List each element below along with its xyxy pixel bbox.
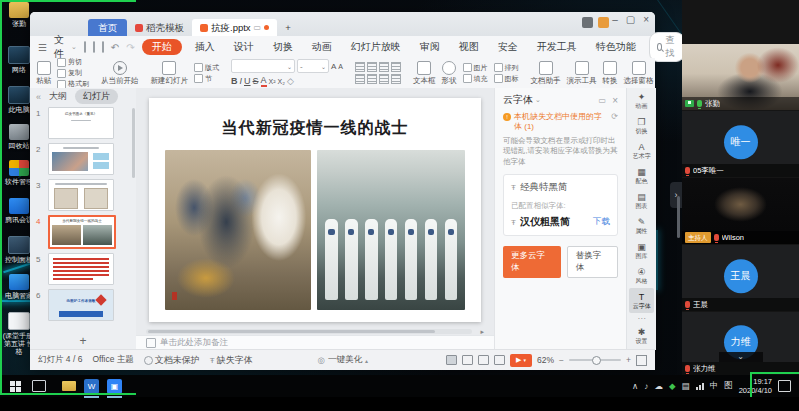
shape-button[interactable]: 形状 [442, 61, 457, 86]
text-effects-icon[interactable]: ◇ [287, 76, 294, 86]
strip-wordart[interactable]: A 艺术字 [627, 138, 656, 163]
taskbar-clock[interactable]: 19:17 2020/4/10 [739, 377, 772, 396]
taskbar-wps-app[interactable]: W [83, 378, 100, 395]
present-tools-button[interactable]: 演示工具 [567, 61, 597, 86]
participant-video-tile[interactable]: 唯一 05李唯一 [682, 111, 799, 177]
zoom-in-icon[interactable]: + [626, 355, 631, 365]
network-icon[interactable] [696, 383, 704, 390]
notes-bar[interactable]: 单击此处添加备注 [136, 335, 494, 350]
close-panel-icon[interactable]: × [612, 95, 618, 106]
increase-font-icon[interactable]: A [331, 62, 336, 71]
more-cloud-fonts-button[interactable]: 更多云字体 [503, 246, 561, 278]
notes-view-icon[interactable] [494, 355, 505, 365]
tab-document-active[interactable]: 抗疫.pptx ▭ [192, 19, 277, 36]
tray-expand-icon[interactable]: ∧ [632, 381, 638, 391]
menu-tab-animation[interactable]: 动画 [306, 39, 338, 55]
line-spacing-icon[interactable] [391, 74, 401, 84]
download-link[interactable]: 下载 [593, 216, 610, 228]
scroll-more-participants-button[interactable]: ⌄ [719, 352, 763, 362]
menu-tab-transition[interactable]: 切换 [267, 39, 299, 55]
bullet-list-icon[interactable] [355, 62, 365, 72]
slide-thumbnail-1[interactable]: 1 抗疫书画之《重见》 [30, 105, 136, 141]
font-size-select[interactable]: -⌄ [297, 59, 329, 73]
slide-canvas[interactable]: 当代新冠疫情一线的战士 [149, 98, 481, 322]
meeting-panel-collapse-handle[interactable]: › [670, 182, 682, 208]
slideshow-play-button[interactable]: ▶▾ [510, 354, 532, 367]
participant-video-tile[interactable]: 张勤 [682, 44, 799, 110]
slide-image-ppe-team-photo[interactable] [317, 150, 465, 310]
doc-assistant-button[interactable]: 文档助手 [531, 61, 561, 86]
strip-style[interactable]: ④ 风格 [627, 263, 656, 288]
bold-icon[interactable]: B [231, 76, 238, 86]
new-tab-button[interactable]: + [277, 19, 299, 36]
participant-video-tile[interactable]: 主持人 Wilson [682, 178, 799, 244]
menu-tab-insert[interactable]: 插入 [189, 39, 221, 55]
indent-decrease-icon[interactable] [379, 62, 389, 72]
strip-cloud-fonts-active[interactable]: T 云字体 [629, 288, 654, 313]
strip-properties[interactable]: ✎ 属性 [627, 213, 656, 238]
copy-button[interactable]: 复制 [57, 68, 89, 78]
security-icon[interactable]: ◆ [669, 381, 676, 391]
fill-button[interactable]: 填充 [463, 74, 488, 84]
tab-home[interactable]: 首页 [88, 19, 127, 36]
print-icon[interactable] [93, 41, 95, 53]
paste-button[interactable]: 粘贴 [36, 61, 51, 86]
slide-thumbnail-3[interactable]: 3 [30, 177, 136, 213]
minimize-button[interactable]: – [612, 15, 618, 25]
more-panels-icon[interactable]: ⋯ [627, 315, 656, 323]
fit-slide-icon[interactable] [636, 355, 647, 366]
start-button[interactable] [7, 378, 24, 395]
numbered-list-icon[interactable] [367, 62, 377, 72]
menu-tab-review[interactable]: 审阅 [414, 39, 446, 55]
slide-thumbnail-4-selected[interactable]: 4 当代新冠疫情一线的战士 [30, 213, 136, 251]
align-center-icon[interactable] [367, 74, 377, 84]
arrange-button[interactable]: 排列 [494, 63, 519, 73]
slide-title[interactable]: 当代新冠疫情一线的战士 [149, 118, 481, 139]
beautify-button[interactable]: ◎ 一键美化 ▴ [318, 354, 368, 366]
decrease-font-icon[interactable]: A [338, 63, 343, 70]
restore-button[interactable]: ▢ [626, 15, 635, 25]
hamburger-icon[interactable]: ☰ [38, 42, 47, 53]
strip-animation[interactable]: ✦ 动画 [627, 88, 656, 113]
text-box-button[interactable]: 文本框 [413, 61, 436, 86]
avatar[interactable] [582, 17, 593, 28]
cut-button[interactable]: 剪切 [57, 57, 89, 67]
horizontal-scrollbar[interactable] [146, 329, 472, 334]
zoom-level[interactable]: 62% [537, 355, 554, 365]
comment-bubble-icon[interactable]: ▭ [254, 19, 262, 36]
collapse-panel-icon[interactable]: « [36, 92, 41, 102]
tab-docer[interactable]: 稻壳模板 [127, 19, 192, 36]
participant-video-tile[interactable]: 力维 ⌄ 张力维 [682, 312, 799, 375]
action-center-icon[interactable] [778, 380, 791, 392]
menu-tab-devtools[interactable]: 开发工具 [531, 39, 583, 55]
subscript-icon[interactable]: X₂ [278, 78, 285, 85]
refresh-icon[interactable]: ⟳ [611, 112, 618, 121]
align-left-icon[interactable] [355, 74, 365, 84]
slide-image-watercolor-medics[interactable] [165, 150, 311, 310]
strip-settings[interactable]: ✱ 设置 [627, 323, 656, 348]
tab-outline[interactable]: 大纲 [49, 90, 67, 103]
ime-icon[interactable]: 中 [710, 380, 719, 392]
redo-icon[interactable]: ↷ [126, 42, 134, 53]
selection-pane-button[interactable]: 选择窗格 [624, 61, 654, 86]
add-slide-button[interactable]: + [30, 334, 136, 348]
menu-tab-security[interactable]: 安全 [492, 39, 524, 55]
replace-font-button[interactable]: 替换字体 [567, 246, 618, 278]
play-from-current-button[interactable]: 从当前开始 [101, 61, 139, 86]
missing-font-status[interactable]: Ŧ 缺失字体 [210, 354, 253, 367]
strip-chart[interactable]: ▤ 图表 [627, 188, 656, 213]
slide-sorter-icon[interactable] [462, 355, 473, 365]
convert-button[interactable]: 转换 [603, 61, 618, 86]
menu-tab-slideshow[interactable]: 幻灯片放映 [345, 39, 407, 55]
tab-slides[interactable]: 幻灯片 [75, 89, 118, 104]
icon-library-button[interactable]: 图标 [494, 74, 519, 84]
slide-thumbnail-6[interactable]: 6 向医护工作者致敬 [30, 287, 136, 323]
ime-mode-icon[interactable]: 图 [724, 380, 733, 392]
task-view-button[interactable] [30, 378, 47, 395]
feedback-icon[interactable]: ▭ [599, 96, 607, 105]
menu-tab-features[interactable]: 特色功能 [590, 39, 642, 55]
taskbar-meeting-app[interactable]: ▣ [106, 378, 123, 395]
zoom-slider[interactable] [569, 359, 621, 361]
slide-thumbnail-2[interactable]: 2 [30, 141, 136, 177]
new-slide-button[interactable]: 新建幻灯片 [151, 61, 189, 86]
